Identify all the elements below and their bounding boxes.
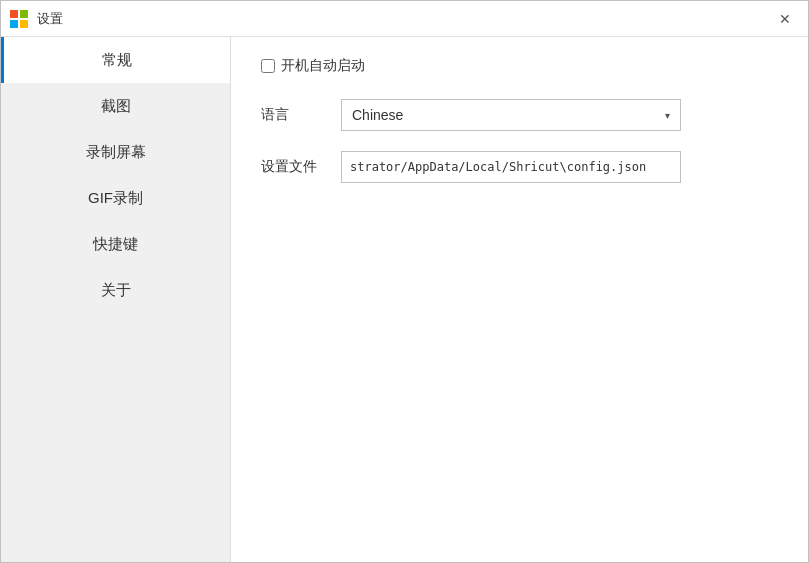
language-value-container: Chinese ▾: [341, 99, 778, 131]
svg-rect-3: [20, 20, 28, 28]
config-file-input[interactable]: [341, 151, 681, 183]
svg-rect-2: [10, 20, 18, 28]
main-content: 开机自动启动 语言 Chinese ▾ 设置文件: [231, 37, 808, 562]
autostart-label[interactable]: 开机自动启动: [261, 57, 365, 75]
svg-rect-1: [20, 10, 28, 18]
settings-window: 设置 ✕ 常规 截图 录制屏幕 GIF录制 快捷键 关于: [0, 0, 809, 563]
config-file-label: 设置文件: [261, 158, 341, 176]
sidebar-item-hotkeys[interactable]: 快捷键: [1, 221, 230, 267]
config-file-row: 设置文件: [261, 151, 778, 183]
sidebar-item-general[interactable]: 常规: [1, 37, 230, 83]
title-bar: 设置 ✕: [1, 1, 808, 37]
content-area: 常规 截图 录制屏幕 GIF录制 快捷键 关于: [1, 37, 808, 562]
autostart-checkbox[interactable]: [261, 59, 275, 73]
sidebar: 常规 截图 录制屏幕 GIF录制 快捷键 关于: [1, 37, 231, 562]
language-label: 语言: [261, 106, 341, 124]
language-row: 语言 Chinese ▾: [261, 99, 778, 131]
language-selected: Chinese: [352, 107, 403, 123]
window-title: 设置: [37, 10, 770, 28]
language-dropdown[interactable]: Chinese ▾: [341, 99, 681, 131]
svg-rect-0: [10, 10, 18, 18]
sidebar-item-screenshot[interactable]: 截图: [1, 83, 230, 129]
close-button[interactable]: ✕: [770, 4, 800, 34]
chevron-down-icon: ▾: [665, 110, 670, 121]
app-icon: [9, 9, 29, 29]
config-file-value-container: [341, 151, 778, 183]
sidebar-item-screen-record[interactable]: 录制屏幕: [1, 129, 230, 175]
autostart-row: 开机自动启动: [261, 57, 778, 75]
sidebar-item-about[interactable]: 关于: [1, 267, 230, 313]
sidebar-item-gif-record[interactable]: GIF录制: [1, 175, 230, 221]
